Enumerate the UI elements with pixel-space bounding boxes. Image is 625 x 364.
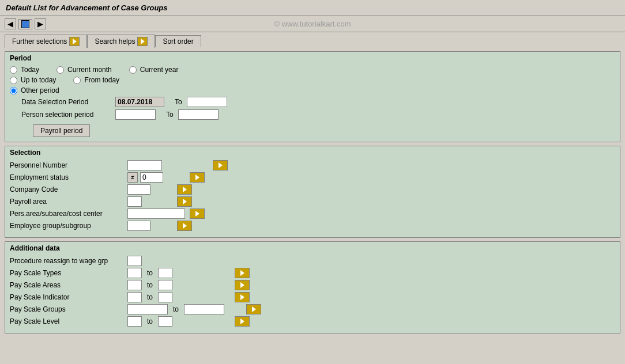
page-title: Default List for Advancement of Case Gro…	[6, 3, 168, 12]
personnel-number-arrow-button[interactable]	[213, 160, 228, 170]
tab-further-selections[interactable]: Further selections	[5, 35, 87, 48]
payroll-period-button[interactable]: Payroll period	[33, 124, 90, 137]
pers-area-arrow-button[interactable]	[190, 208, 205, 219]
pay-scale-types-arrow-button[interactable]	[235, 268, 250, 278]
today-radio[interactable]	[10, 66, 17, 74]
pay-scale-areas-row: Pay Scale Areas to	[10, 280, 615, 290]
period-row-3: Other period	[10, 86, 615, 94]
up-to-today-radio-label[interactable]: Up to today	[10, 76, 56, 84]
nav-prev-button[interactable]: ◀	[5, 18, 16, 29]
save-button[interactable]	[18, 19, 32, 29]
pay-scale-level-to-label: to	[144, 317, 156, 325]
company-code-input[interactable]	[127, 184, 150, 195]
current-month-radio-label[interactable]: Current month	[57, 66, 112, 74]
person-selection-to-label: To	[166, 111, 174, 119]
employee-group-input[interactable]	[127, 221, 150, 231]
data-selection-from-input[interactable]	[115, 97, 164, 107]
pay-scale-areas-label: Pay Scale Areas	[10, 281, 125, 289]
payroll-btn-row: Payroll period	[10, 122, 615, 137]
payroll-area-arrow-button[interactable]	[177, 196, 192, 207]
person-selection-to-input[interactable]	[178, 109, 219, 120]
pay-scale-indicator-to-label: to	[144, 293, 156, 301]
person-selection-row: Person selection period To	[10, 109, 615, 120]
pay-scale-level-label: Pay Scale Level	[10, 317, 125, 325]
payroll-area-input[interactable]	[127, 196, 142, 207]
pay-scale-indicator-to-input[interactable]	[158, 292, 172, 302]
search-helps-arrow-icon	[137, 37, 148, 46]
pay-scale-level-from-input[interactable]	[127, 316, 142, 327]
procedure-row: Procedure reassign to wage grp	[10, 256, 615, 266]
pay-scale-groups-label: Pay Scale Groups	[10, 305, 125, 313]
employment-status-eq-button[interactable]: ≠	[127, 172, 138, 183]
current-year-label: Current year	[140, 66, 179, 74]
payroll-area-label: Payroll area	[10, 198, 125, 206]
tab-sort-order[interactable]: Sort order	[155, 35, 201, 47]
pay-scale-groups-arrow-button[interactable]	[246, 304, 261, 314]
other-period-label: Other period	[21, 86, 59, 94]
pay-scale-groups-from-input[interactable]	[127, 304, 168, 314]
procedure-input[interactable]	[127, 256, 142, 266]
pers-area-row: Pers.area/subarea/cost center	[10, 208, 615, 219]
employee-group-row: Employee group/subgroup	[10, 221, 615, 231]
today-radio-label[interactable]: Today	[10, 66, 39, 74]
person-selection-label: Person selection period	[21, 111, 111, 119]
pay-scale-types-label: Pay Scale Types	[10, 269, 125, 277]
today-label: Today	[21, 66, 39, 74]
employment-status-arrow-button[interactable]	[190, 172, 205, 183]
current-year-radio-label[interactable]: Current year	[129, 66, 179, 74]
other-period-radio-label[interactable]: Other period	[10, 86, 59, 94]
pay-scale-indicator-arrow-button[interactable]	[235, 292, 250, 302]
pay-scale-areas-arrow-button[interactable]	[235, 280, 250, 290]
pay-scale-level-to-input[interactable]	[158, 316, 172, 327]
up-to-today-label: Up to today	[21, 76, 56, 84]
other-period-radio[interactable]	[10, 87, 17, 94]
further-selections-arrow-icon	[69, 37, 80, 46]
selection-section: Selection Personnel Number Employment st…	[5, 146, 620, 238]
nav-next-button[interactable]: ▶	[35, 18, 46, 29]
toolbar: ◀ ▶ © www.tutorialkart.com	[0, 16, 625, 32]
pay-scale-level-arrow-button[interactable]	[235, 316, 250, 327]
person-selection-from-input[interactable]	[115, 109, 156, 120]
pay-scale-areas-to-input[interactable]	[158, 280, 172, 290]
pers-area-input[interactable]	[127, 208, 185, 219]
company-code-label: Company Code	[10, 185, 125, 194]
additional-section-title: Additional data	[10, 244, 615, 252]
pay-scale-areas-to-label: to	[144, 281, 156, 289]
employment-status-label: Employment status	[10, 173, 125, 181]
employee-group-arrow-button[interactable]	[177, 221, 192, 231]
save-icon	[21, 20, 29, 28]
tab-further-selections-label: Further selections	[12, 37, 67, 46]
pay-scale-types-to-input[interactable]	[158, 268, 172, 278]
period-row-1: Today Current month Current year	[10, 66, 615, 74]
period-section: Period Today Current month Current year …	[5, 51, 620, 142]
company-code-row: Company Code	[10, 184, 615, 195]
main-content: Period Today Current month Current year …	[0, 48, 625, 337]
tab-search-helps[interactable]: Search helps	[87, 35, 155, 48]
up-to-today-radio[interactable]	[10, 77, 17, 84]
employee-group-label: Employee group/subgroup	[10, 222, 125, 230]
pay-scale-groups-to-input[interactable]	[184, 304, 224, 314]
payroll-area-row: Payroll area	[10, 196, 615, 207]
current-month-label: Current month	[67, 66, 112, 74]
data-selection-label: Data Selection Period	[21, 98, 111, 106]
current-year-radio[interactable]	[129, 66, 137, 74]
from-today-radio[interactable]	[73, 77, 81, 84]
current-month-radio[interactable]	[57, 66, 64, 74]
employment-status-row: Employment status ≠	[10, 172, 615, 183]
additional-section: Additional data Procedure reassign to wa…	[5, 241, 620, 333]
nav-next-icon: ▶	[37, 20, 43, 28]
pay-scale-groups-to-label: to	[170, 305, 182, 313]
personnel-number-label: Personnel Number	[10, 161, 125, 169]
data-selection-to-input[interactable]	[187, 97, 227, 107]
pay-scale-areas-from-input[interactable]	[127, 280, 142, 290]
pay-scale-level-row: Pay Scale Level to	[10, 316, 615, 327]
watermark: © www.tutorialkart.com	[274, 20, 351, 28]
employment-status-input[interactable]	[140, 172, 163, 183]
tab-search-helps-label: Search helps	[95, 37, 135, 46]
company-code-arrow-button[interactable]	[177, 184, 192, 195]
pay-scale-types-from-input[interactable]	[127, 268, 142, 278]
pay-scale-indicator-from-input[interactable]	[127, 292, 142, 302]
personnel-number-input[interactable]	[127, 160, 162, 170]
pers-area-label: Pers.area/subarea/cost center	[10, 210, 125, 218]
from-today-radio-label[interactable]: From today	[73, 76, 119, 84]
